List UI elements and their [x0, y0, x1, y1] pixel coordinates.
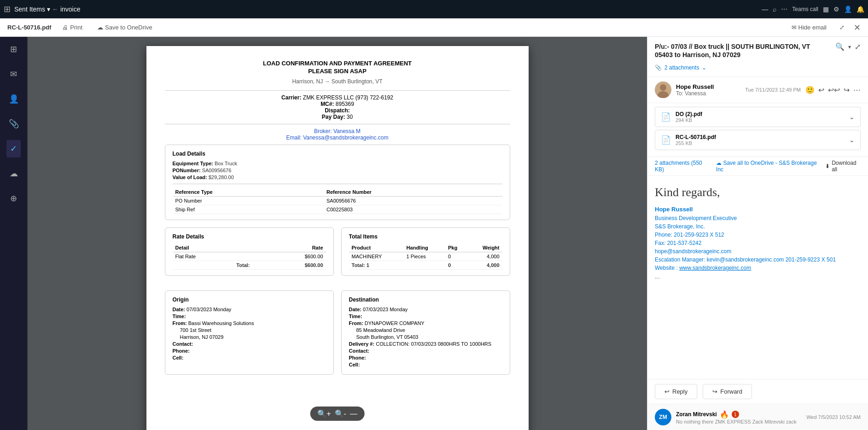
zm-avatar: ZM: [655, 409, 671, 425]
pdf-title: LOAD CONFIRMATION AND PAYMENT AGREEMENT: [165, 60, 510, 67]
minimize-icon[interactable]: —: [762, 6, 768, 13]
dest-date-row: Date: 07/03/2023 Monday: [349, 307, 502, 312]
zoom-dropdown-icon[interactable]: ▾: [848, 44, 851, 50]
items-total-label: Total: 1: [349, 261, 404, 270]
rate-details-section: Rate Details Detail Rate Flat Rate $600.…: [165, 227, 334, 276]
equipment-type-value: Box Truck: [215, 161, 237, 166]
top-right-actions: — ⌕ ⋯ Teams call ▦ ⚙ 👤 🔔: [762, 6, 864, 13]
origin-date-row: Date: 07/03/2023 Monday: [173, 307, 326, 312]
next-email-sender: Zoran Mitrevski: [676, 411, 717, 418]
attachment-chevron-2[interactable]: ⌄: [849, 136, 855, 144]
attachment-item-1[interactable]: 📄 DO (2).pdf 294 KB ⌄: [655, 107, 861, 127]
sidebar-attach-icon[interactable]: 📎: [5, 115, 23, 133]
signature-title: Business Development Executive: [655, 214, 861, 222]
hide-email-button[interactable]: ✉ Hide email: [788, 22, 830, 33]
breadcrumb-sent-items[interactable]: Sent Items ▾: [14, 6, 50, 13]
grid-icon[interactable]: ⊞: [4, 4, 11, 14]
broker-name: Vanessa M: [333, 128, 361, 134]
printer-icon: 🖨: [62, 24, 68, 31]
handling-header: Handling: [404, 244, 445, 252]
pkg-header: Pkg: [445, 244, 468, 252]
email-panel: P/u:- 07/03 // Box truck || SOUTH BURLIN…: [647, 37, 868, 430]
to-recipient: Vanessa: [685, 90, 706, 97]
mc-value: 895369: [336, 101, 354, 107]
email-actions: 🙂 ↩ ↩↩ ↪ ⋯: [805, 86, 861, 94]
forward-quick-icon[interactable]: ↪: [844, 86, 850, 94]
attachment-chevron-1[interactable]: ⌄: [849, 113, 855, 121]
more-options-icon[interactable]: ⋯: [781, 6, 787, 13]
origin-title: Origin: [173, 296, 326, 303]
download-all-link[interactable]: ⬇ Download all: [825, 160, 861, 173]
attachments-footer: 2 attachments (550 KB) ☁ Save all to One…: [647, 157, 868, 176]
save-all-onedrive-link[interactable]: ☁ Save all to OneDrive - S&S Brokerage I…: [716, 160, 818, 173]
next-email-preview[interactable]: ZM Zoran Mitrevski 🔥 1 No nothing there …: [647, 404, 868, 430]
pdf-viewer[interactable]: LOAD CONFIRMATION AND PAYMENT AGREEMENT …: [28, 37, 647, 430]
attachment-info-1: DO (2).pdf 294 KB: [676, 111, 702, 123]
notification-icon[interactable]: 🔔: [856, 6, 864, 13]
reply-quick-icon[interactable]: ↩: [818, 86, 824, 94]
sidebar-check-icon[interactable]: ✓: [6, 140, 21, 157]
zoom-email-icon[interactable]: 🔍: [835, 42, 845, 51]
origin-address1-row: 700 1st Street: [173, 327, 326, 333]
save-to-onedrive-button[interactable]: ☁ Save to OneDrive: [93, 22, 156, 33]
expand-button[interactable]: ⤢: [836, 22, 848, 33]
sub-bar-right: ✉ Hide email ⤢ ✕: [788, 22, 861, 33]
attachment-item-2[interactable]: 📄 RC-L-50716.pdf 255 KB ⌄: [655, 130, 861, 150]
forward-button[interactable]: ↪ Forward: [703, 384, 752, 399]
print-button[interactable]: 🖨 Print: [58, 22, 86, 33]
teams-call-label[interactable]: Teams call: [792, 6, 818, 12]
reply-all-icon[interactable]: ↩↩: [828, 86, 840, 94]
pdf-page: LOAD CONFIRMATION AND PAYMENT AGREEMENT …: [146, 46, 529, 430]
po-ref-label: PO Number: [173, 197, 324, 205]
more-email-icon[interactable]: ⋯: [853, 86, 861, 94]
origin-contact-row: Contact:: [173, 341, 326, 347]
origin-section: Origin Date: 07/03/2023 Monday Time: Fro…: [165, 291, 334, 375]
more-pdf-options-button[interactable]: —: [350, 410, 357, 418]
dest-from-row: From: DYNAPOWER COMPANY: [349, 320, 502, 326]
sidebar-people-icon[interactable]: 👤: [5, 90, 23, 108]
signature-email: hope@sandsbrokerageinc.com: [655, 247, 861, 256]
top-bar: ⊞ Sent Items ▾ ← invoice — ⌕ ⋯ Teams cal…: [0, 0, 868, 18]
flat-rate-label: Flat Rate: [173, 252, 253, 261]
pdf-controls: 🔍+ 🔍- —: [310, 407, 365, 421]
grid-menu[interactable]: ⊞: [4, 4, 11, 14]
save-label: Save to OneDrive: [105, 24, 152, 31]
zoom-out-button[interactable]: 🔍-: [335, 409, 346, 418]
attachment-name-2: RC-L-50716.pdf: [676, 134, 716, 140]
items-total-pkg: 0: [445, 261, 468, 270]
screen-share-icon[interactable]: ▦: [823, 6, 829, 13]
next-email-preview-text: No nothing there ZMK EXPRESS Zack Mitrev…: [676, 419, 802, 424]
email-reply-bar: ↩ Reply ↪ Forward: [647, 379, 868, 404]
zoom-in-button[interactable]: 🔍+: [317, 409, 331, 418]
pay-day-label: Pay Day:: [322, 114, 345, 120]
sidebar-mail-icon[interactable]: ✉: [6, 65, 21, 83]
origin-from-row: From: Bassi Warehousing Solutions: [173, 320, 326, 326]
reply-button[interactable]: ↩ Reply: [655, 384, 697, 399]
rate-total-label: Total:: [173, 261, 253, 270]
attachments-chevron: ⌄: [702, 64, 706, 71]
search-icon[interactable]: ⌕: [773, 6, 776, 13]
sender-name: Hope Russell: [676, 83, 740, 90]
user-icon[interactable]: 👤: [844, 6, 852, 13]
sender-avatar: [655, 81, 671, 98]
reply-arrow-icon: ↩: [664, 388, 670, 395]
po-ref-value: SA00956676: [324, 197, 502, 205]
email-subject: P/u:- 07/03 // Box truck || SOUTH BURLIN…: [655, 42, 821, 59]
signature-website-link[interactable]: www.sandsbrokerageinc.com: [679, 265, 751, 271]
sidebar-apps-icon[interactable]: ⊕: [6, 190, 21, 207]
origin-time-row: Time:: [173, 314, 326, 319]
expand-email-icon[interactable]: ⤢: [855, 42, 861, 51]
settings-icon[interactable]: ⚙: [833, 6, 839, 13]
close-button[interactable]: ✕: [854, 23, 861, 33]
sidebar-cloud-icon[interactable]: ☁: [6, 165, 22, 182]
back-arrow-icon[interactable]: ←: [52, 6, 58, 13]
po-number-label: PONumber:: [173, 168, 201, 173]
sidebar-grid-icon[interactable]: ⊞: [6, 41, 21, 58]
next-email-time: Wed 7/5/2023 10:52 AM: [806, 414, 861, 420]
emoji-reaction-icon[interactable]: 🙂: [805, 86, 815, 94]
attachments-toggle[interactable]: 📎 2 attachments ⌄: [655, 63, 861, 73]
svg-point-1: [660, 84, 666, 91]
reference-table: Reference Type Reference Number PO Numbe…: [173, 188, 502, 214]
cloud-icon: ☁: [97, 24, 103, 31]
dispatch-label: Dispatch:: [325, 107, 350, 114]
